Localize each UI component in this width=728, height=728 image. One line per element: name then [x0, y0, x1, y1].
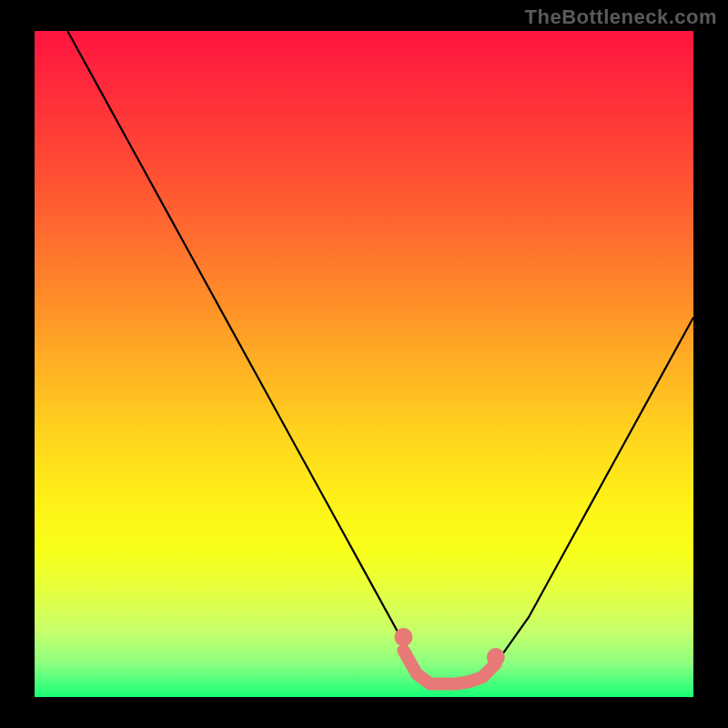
optimal-end-blob	[394, 628, 412, 646]
watermark-text: TheBottleneck.com	[525, 5, 717, 29]
optimal-end-blob	[487, 648, 505, 666]
plot-area	[35, 31, 693, 697]
gradient-backdrop	[35, 31, 693, 697]
chart-frame: TheBottleneck.com	[0, 0, 728, 728]
bottleneck-chart	[35, 31, 693, 697]
